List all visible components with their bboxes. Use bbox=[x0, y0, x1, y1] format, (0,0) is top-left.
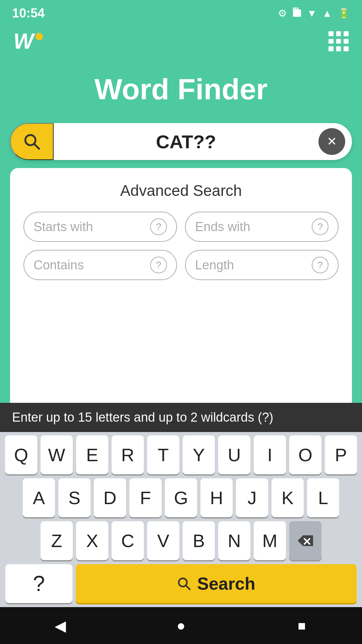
key-n[interactable]: N bbox=[218, 521, 250, 560]
filter-row-2: Contains Length bbox=[23, 250, 339, 280]
svg-rect-0 bbox=[293, 9, 301, 17]
key-s[interactable]: S bbox=[58, 478, 90, 517]
logo-dot bbox=[36, 33, 43, 40]
key-t[interactable]: T bbox=[147, 435, 179, 474]
key-x[interactable]: X bbox=[76, 521, 108, 560]
nav-back-button[interactable] bbox=[49, 614, 72, 637]
key-p[interactable]: P bbox=[325, 435, 357, 474]
key-f[interactable]: F bbox=[129, 478, 162, 517]
logo: W bbox=[13, 31, 43, 52]
key-z[interactable]: Z bbox=[41, 521, 73, 560]
length-help-icon[interactable] bbox=[312, 257, 328, 273]
search-container bbox=[10, 123, 352, 160]
keyboard: Q W E R T Y U I O P A S D F G H J K L Z … bbox=[0, 432, 362, 607]
filter-row-1: Starts with Ends with bbox=[23, 212, 339, 242]
wifi-icon: ▼ bbox=[307, 8, 317, 19]
search-button-label: Search bbox=[197, 574, 255, 594]
contains-input[interactable]: Contains bbox=[23, 250, 177, 280]
nav-bar bbox=[0, 607, 362, 644]
key-r[interactable]: R bbox=[112, 435, 144, 474]
svg-rect-3 bbox=[297, 7, 298, 10]
key-a[interactable]: A bbox=[23, 478, 55, 517]
key-y[interactable]: Y bbox=[183, 435, 215, 474]
key-wildcard[interactable]: ? bbox=[5, 564, 72, 603]
key-o[interactable]: O bbox=[289, 435, 321, 474]
svg-line-9 bbox=[186, 586, 190, 589]
key-u[interactable]: U bbox=[218, 435, 250, 474]
title-section: Word Finder bbox=[0, 52, 362, 123]
svg-rect-2 bbox=[295, 7, 296, 10]
key-c[interactable]: C bbox=[112, 521, 144, 560]
keyboard-bottom-row: ? Search bbox=[3, 564, 359, 607]
sdcard-icon bbox=[292, 7, 302, 20]
key-l[interactable]: L bbox=[307, 478, 339, 517]
hint-bar: Enter up to 15 letters and up to 2 wildc… bbox=[0, 403, 362, 432]
top-bar: W bbox=[0, 24, 362, 52]
contains-help-icon[interactable] bbox=[150, 257, 167, 273]
key-m[interactable]: M bbox=[254, 521, 286, 560]
ends-with-help-icon[interactable] bbox=[312, 218, 328, 235]
main-search-input[interactable] bbox=[54, 131, 318, 153]
key-v[interactable]: V bbox=[147, 521, 179, 560]
search-icon-button[interactable] bbox=[10, 123, 54, 160]
hint-text: Enter up to 15 letters and up to 2 wildc… bbox=[12, 410, 273, 424]
keyboard-row-2: A S D F G H J K L bbox=[3, 478, 359, 517]
clear-button[interactable] bbox=[318, 128, 345, 155]
key-j[interactable]: J bbox=[236, 478, 268, 517]
key-g[interactable]: G bbox=[165, 478, 197, 517]
key-i[interactable]: I bbox=[254, 435, 286, 474]
svg-line-5 bbox=[35, 144, 39, 149]
starts-with-input[interactable]: Starts with bbox=[23, 212, 177, 242]
keyboard-row-3: Z X C V B N M bbox=[3, 521, 359, 560]
keyboard-row-1: Q W E R T Y U I O P bbox=[3, 435, 359, 474]
key-w[interactable]: W bbox=[41, 435, 73, 474]
key-h[interactable]: H bbox=[200, 478, 233, 517]
length-input[interactable]: Length bbox=[185, 250, 339, 280]
ends-with-input[interactable]: Ends with bbox=[185, 212, 339, 242]
gear-icon: ⚙ bbox=[278, 7, 287, 19]
key-b[interactable]: B bbox=[183, 521, 215, 560]
status-time: 10:54 bbox=[12, 6, 45, 20]
svg-rect-1 bbox=[293, 7, 294, 10]
grid-menu-icon[interactable] bbox=[328, 31, 349, 51]
starts-with-help-icon[interactable] bbox=[150, 218, 167, 235]
key-e[interactable]: E bbox=[76, 435, 108, 474]
status-icons: ⚙ ▼ ▲ 🔋 bbox=[278, 7, 350, 20]
nav-home-button[interactable] bbox=[169, 614, 193, 637]
key-backspace[interactable] bbox=[289, 521, 321, 560]
advanced-search-title: Advanced Search bbox=[23, 181, 339, 200]
key-d[interactable]: D bbox=[94, 478, 126, 517]
nav-recents-button[interactable] bbox=[290, 614, 313, 637]
signal-icon: ▲ bbox=[322, 8, 332, 19]
status-bar: 10:54 ⚙ ▼ ▲ 🔋 bbox=[0, 0, 362, 24]
advanced-panel: Advanced Search Starts with Ends with Co… bbox=[10, 168, 352, 403]
key-k[interactable]: K bbox=[272, 478, 304, 517]
key-q[interactable]: Q bbox=[5, 435, 37, 474]
app-title: Word Finder bbox=[95, 72, 268, 106]
logo-w: W bbox=[13, 31, 34, 52]
battery-icon: 🔋 bbox=[338, 7, 350, 19]
search-button[interactable]: Search bbox=[76, 564, 357, 603]
